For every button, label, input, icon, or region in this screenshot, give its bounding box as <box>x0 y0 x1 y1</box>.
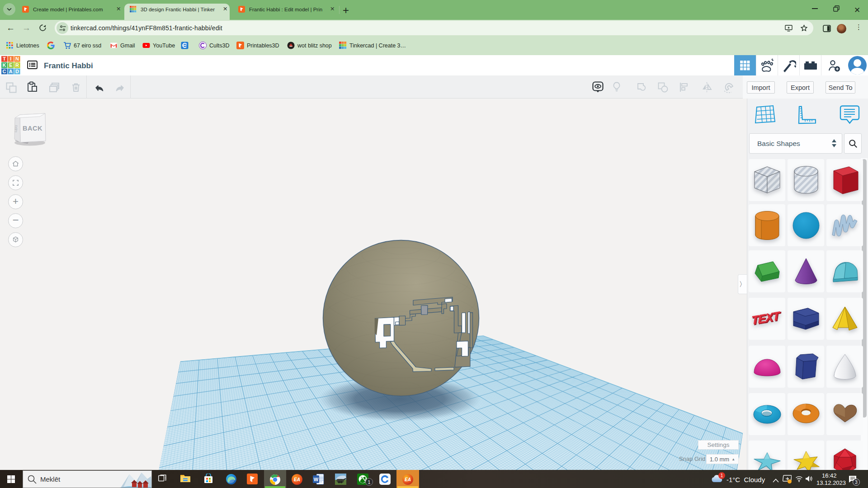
svg-text:N: N <box>15 56 19 61</box>
svg-text:A: A <box>9 69 13 74</box>
svg-text:Meklēt: Meklēt <box>40 475 61 483</box>
svg-text:C: C <box>3 69 6 74</box>
svg-text:EA: EA <box>294 477 300 482</box>
svg-text:E: E <box>9 62 12 68</box>
svg-text:BACK: BACK <box>23 125 42 132</box>
svg-text:I: I <box>10 56 11 61</box>
svg-text:R: R <box>15 62 19 68</box>
svg-text:T: T <box>3 56 6 61</box>
svg-text:TEXT: TEXT <box>751 308 780 327</box>
svg-text:W: W <box>314 477 319 482</box>
svg-text:D: D <box>15 69 19 74</box>
svg-text:EA: EA <box>405 477 411 482</box>
svg-text:K: K <box>3 62 6 68</box>
